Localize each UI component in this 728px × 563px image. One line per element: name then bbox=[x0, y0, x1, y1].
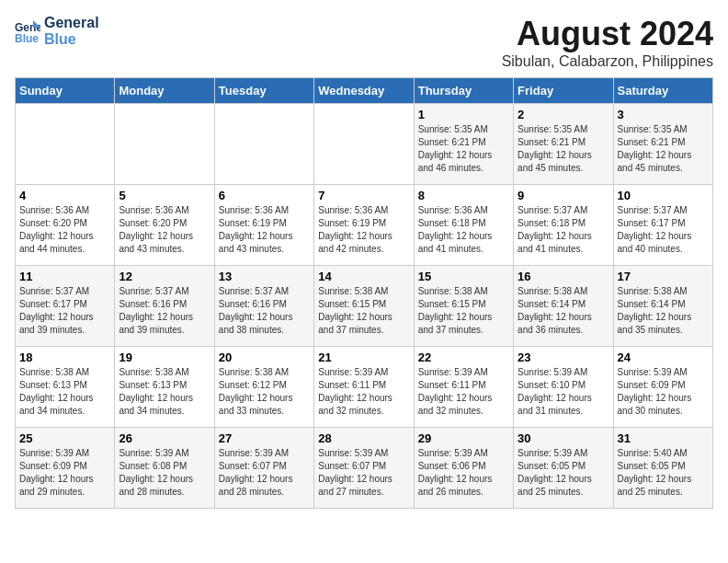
day-number: 16 bbox=[518, 270, 609, 283]
day-number: 14 bbox=[318, 270, 409, 283]
calendar-cell: 21Sunrise: 5:39 AM Sunset: 6:11 PM Dayli… bbox=[314, 347, 414, 428]
calendar-title: August 2024 bbox=[502, 15, 713, 53]
day-number: 13 bbox=[219, 270, 310, 283]
day-number: 19 bbox=[119, 350, 210, 364]
calendar-cell: 10Sunrise: 5:37 AM Sunset: 6:17 PM Dayli… bbox=[613, 185, 712, 266]
day-info: Sunrise: 5:36 AM Sunset: 6:20 PM Dayligh… bbox=[119, 204, 210, 256]
calendar-cell: 17Sunrise: 5:38 AM Sunset: 6:14 PM Dayli… bbox=[613, 266, 712, 347]
day-number: 11 bbox=[19, 270, 110, 283]
header-row: SundayMondayTuesdayWednesdayThursdayFrid… bbox=[16, 78, 713, 104]
day-number: 23 bbox=[518, 350, 609, 364]
day-info: Sunrise: 5:36 AM Sunset: 6:19 PM Dayligh… bbox=[318, 204, 409, 256]
calendar-subtitle: Sibulan, Calabarzon, Philippines bbox=[502, 53, 713, 70]
day-info: Sunrise: 5:37 AM Sunset: 6:17 PM Dayligh… bbox=[618, 204, 709, 256]
calendar-cell: 22Sunrise: 5:39 AM Sunset: 6:11 PM Dayli… bbox=[414, 347, 513, 428]
header-monday: Monday bbox=[115, 78, 214, 104]
calendar-cell: 8Sunrise: 5:36 AM Sunset: 6:18 PM Daylig… bbox=[414, 185, 513, 266]
calendar-week-5: 25Sunrise: 5:39 AM Sunset: 6:09 PM Dayli… bbox=[16, 428, 713, 509]
calendar-body: 1Sunrise: 5:35 AM Sunset: 6:21 PM Daylig… bbox=[16, 104, 713, 509]
calendar-cell: 12Sunrise: 5:37 AM Sunset: 6:16 PM Dayli… bbox=[115, 266, 214, 347]
logo-icon: General Blue bbox=[15, 18, 40, 44]
day-number: 5 bbox=[119, 189, 210, 202]
calendar-cell: 23Sunrise: 5:39 AM Sunset: 6:10 PM Dayli… bbox=[514, 347, 613, 428]
calendar-week-3: 11Sunrise: 5:37 AM Sunset: 6:17 PM Dayli… bbox=[16, 266, 713, 347]
calendar-cell: 27Sunrise: 5:39 AM Sunset: 6:07 PM Dayli… bbox=[214, 428, 313, 509]
day-info: Sunrise: 5:39 AM Sunset: 6:11 PM Dayligh… bbox=[418, 366, 509, 418]
day-info: Sunrise: 5:37 AM Sunset: 6:16 PM Dayligh… bbox=[219, 285, 310, 337]
day-info: Sunrise: 5:39 AM Sunset: 6:07 PM Dayligh… bbox=[318, 447, 409, 499]
day-info: Sunrise: 5:36 AM Sunset: 6:18 PM Dayligh… bbox=[418, 204, 509, 256]
day-number: 21 bbox=[318, 350, 409, 364]
day-number: 18 bbox=[19, 350, 110, 364]
calendar-cell: 26Sunrise: 5:39 AM Sunset: 6:08 PM Dayli… bbox=[115, 428, 214, 509]
day-info: Sunrise: 5:37 AM Sunset: 6:16 PM Dayligh… bbox=[119, 285, 210, 337]
header-sunday: Sunday bbox=[16, 78, 115, 104]
title-area: August 2024 Sibulan, Calabarzon, Philipp… bbox=[502, 15, 713, 70]
header-thursday: Thursday bbox=[414, 78, 513, 104]
header-friday: Friday bbox=[514, 78, 613, 104]
calendar-cell bbox=[314, 104, 414, 185]
calendar-cell: 7Sunrise: 5:36 AM Sunset: 6:19 PM Daylig… bbox=[314, 185, 414, 266]
day-info: Sunrise: 5:39 AM Sunset: 6:08 PM Dayligh… bbox=[119, 447, 210, 499]
calendar-cell: 20Sunrise: 5:38 AM Sunset: 6:12 PM Dayli… bbox=[214, 347, 313, 428]
calendar-cell bbox=[115, 104, 214, 185]
svg-text:Blue: Blue bbox=[15, 32, 39, 44]
calendar-cell bbox=[214, 104, 313, 185]
calendar-cell: 29Sunrise: 5:39 AM Sunset: 6:06 PM Dayli… bbox=[414, 428, 513, 509]
calendar-cell: 30Sunrise: 5:39 AM Sunset: 6:05 PM Dayli… bbox=[514, 428, 613, 509]
calendar-week-2: 4Sunrise: 5:36 AM Sunset: 6:20 PM Daylig… bbox=[16, 185, 713, 266]
calendar-cell: 14Sunrise: 5:38 AM Sunset: 6:15 PM Dayli… bbox=[314, 266, 414, 347]
calendar-cell: 13Sunrise: 5:37 AM Sunset: 6:16 PM Dayli… bbox=[214, 266, 313, 347]
day-info: Sunrise: 5:39 AM Sunset: 6:09 PM Dayligh… bbox=[618, 366, 709, 418]
day-number: 28 bbox=[318, 431, 409, 445]
day-info: Sunrise: 5:39 AM Sunset: 6:09 PM Dayligh… bbox=[19, 447, 110, 499]
day-number: 3 bbox=[618, 108, 709, 121]
day-number: 10 bbox=[618, 189, 709, 202]
day-number: 2 bbox=[518, 108, 609, 121]
day-number: 31 bbox=[618, 431, 709, 445]
calendar-header: SundayMondayTuesdayWednesdayThursdayFrid… bbox=[16, 78, 713, 104]
day-number: 4 bbox=[19, 189, 110, 202]
calendar-cell: 31Sunrise: 5:40 AM Sunset: 6:05 PM Dayli… bbox=[613, 428, 712, 509]
day-number: 12 bbox=[119, 270, 210, 283]
calendar-cell: 6Sunrise: 5:36 AM Sunset: 6:19 PM Daylig… bbox=[214, 185, 313, 266]
day-number: 27 bbox=[219, 431, 310, 445]
calendar-cell: 19Sunrise: 5:38 AM Sunset: 6:13 PM Dayli… bbox=[115, 347, 214, 428]
calendar-cell: 16Sunrise: 5:38 AM Sunset: 6:14 PM Dayli… bbox=[514, 266, 613, 347]
calendar-cell: 3Sunrise: 5:35 AM Sunset: 6:21 PM Daylig… bbox=[613, 104, 712, 185]
day-info: Sunrise: 5:37 AM Sunset: 6:17 PM Dayligh… bbox=[19, 285, 110, 337]
day-info: Sunrise: 5:39 AM Sunset: 6:07 PM Dayligh… bbox=[219, 447, 310, 499]
logo-line2: Blue bbox=[44, 31, 99, 48]
day-number: 1 bbox=[418, 108, 509, 121]
day-info: Sunrise: 5:38 AM Sunset: 6:15 PM Dayligh… bbox=[418, 285, 509, 337]
day-info: Sunrise: 5:39 AM Sunset: 6:10 PM Dayligh… bbox=[518, 366, 609, 418]
day-number: 9 bbox=[518, 189, 609, 202]
calendar-cell: 18Sunrise: 5:38 AM Sunset: 6:13 PM Dayli… bbox=[16, 347, 115, 428]
day-info: Sunrise: 5:38 AM Sunset: 6:13 PM Dayligh… bbox=[19, 366, 110, 418]
day-number: 20 bbox=[219, 350, 310, 364]
day-info: Sunrise: 5:38 AM Sunset: 6:14 PM Dayligh… bbox=[518, 285, 609, 337]
day-info: Sunrise: 5:38 AM Sunset: 6:12 PM Dayligh… bbox=[219, 366, 310, 418]
day-number: 24 bbox=[618, 350, 709, 364]
day-info: Sunrise: 5:38 AM Sunset: 6:15 PM Dayligh… bbox=[318, 285, 409, 337]
day-info: Sunrise: 5:35 AM Sunset: 6:21 PM Dayligh… bbox=[618, 123, 709, 175]
day-number: 7 bbox=[318, 189, 409, 202]
calendar-cell: 24Sunrise: 5:39 AM Sunset: 6:09 PM Dayli… bbox=[613, 347, 712, 428]
day-info: Sunrise: 5:35 AM Sunset: 6:21 PM Dayligh… bbox=[418, 123, 509, 175]
day-info: Sunrise: 5:38 AM Sunset: 6:13 PM Dayligh… bbox=[119, 366, 210, 418]
day-info: Sunrise: 5:39 AM Sunset: 6:06 PM Dayligh… bbox=[418, 447, 509, 499]
day-number: 22 bbox=[418, 350, 509, 364]
day-number: 6 bbox=[219, 189, 310, 202]
header-tuesday: Tuesday bbox=[214, 78, 313, 104]
calendar-cell: 1Sunrise: 5:35 AM Sunset: 6:21 PM Daylig… bbox=[414, 104, 513, 185]
day-info: Sunrise: 5:36 AM Sunset: 6:20 PM Dayligh… bbox=[19, 204, 110, 256]
day-info: Sunrise: 5:39 AM Sunset: 6:05 PM Dayligh… bbox=[518, 447, 609, 499]
calendar-cell: 25Sunrise: 5:39 AM Sunset: 6:09 PM Dayli… bbox=[16, 428, 115, 509]
calendar-cell: 28Sunrise: 5:39 AM Sunset: 6:07 PM Dayli… bbox=[314, 428, 414, 509]
day-info: Sunrise: 5:35 AM Sunset: 6:21 PM Dayligh… bbox=[518, 123, 609, 175]
day-info: Sunrise: 5:36 AM Sunset: 6:19 PM Dayligh… bbox=[219, 204, 310, 256]
day-number: 15 bbox=[418, 270, 509, 283]
calendar-cell: 11Sunrise: 5:37 AM Sunset: 6:17 PM Dayli… bbox=[16, 266, 115, 347]
calendar-week-1: 1Sunrise: 5:35 AM Sunset: 6:21 PM Daylig… bbox=[16, 104, 713, 185]
day-info: Sunrise: 5:37 AM Sunset: 6:18 PM Dayligh… bbox=[518, 204, 609, 256]
